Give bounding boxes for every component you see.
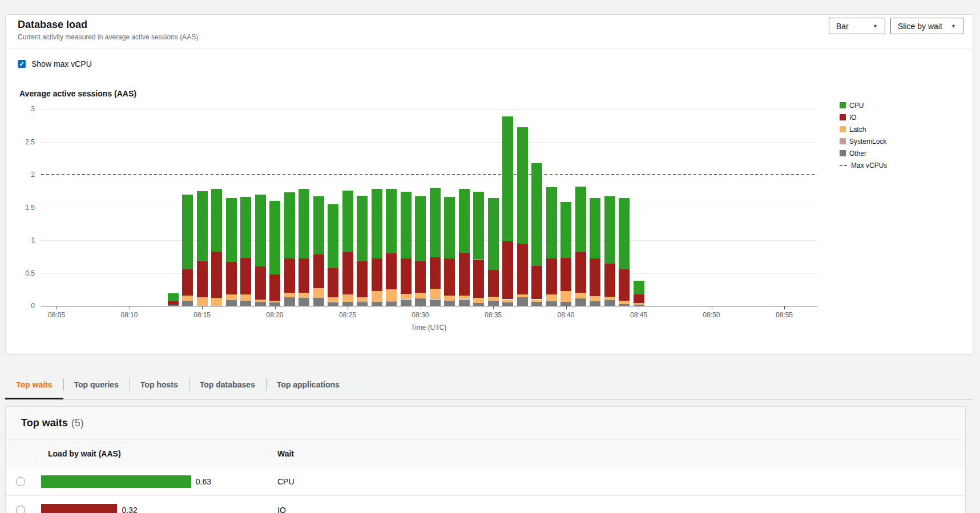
- bar-segment-latch: [386, 289, 397, 301]
- bar-segment-cpu: [590, 198, 600, 258]
- tab-top-applications[interactable]: Top applications: [266, 370, 350, 399]
- column-divider: [35, 447, 35, 461]
- bar-segment-io: [313, 255, 324, 288]
- bar-segment-latch: [575, 293, 586, 298]
- x-axis-tick: [421, 306, 421, 309]
- bar-segment-cpu: [560, 202, 571, 258]
- bar-segment-cpu: [502, 116, 513, 242]
- bar-segment-io: [328, 268, 338, 297]
- x-axis-tick-label: 08:30: [408, 311, 433, 319]
- x-axis-tick-label: 08:40: [554, 311, 579, 319]
- bar-segment-cpu: [604, 196, 615, 264]
- top-waits-title: Top waits: [21, 417, 68, 429]
- y-axis-tick-label: 3: [12, 105, 35, 113]
- row-select-radio[interactable]: [16, 506, 25, 513]
- bar-segment-latch: [342, 294, 353, 302]
- legend-label: IO: [849, 114, 857, 122]
- load-value: 0.32: [122, 496, 137, 513]
- x-axis-tick: [348, 306, 348, 309]
- bar-segment-other: [430, 300, 441, 306]
- bar-segment-cpu: [575, 187, 586, 252]
- bar-segment-other: [415, 298, 426, 306]
- tab-top-queries[interactable]: Top queries: [63, 370, 130, 399]
- legend-label: Latch: [849, 126, 866, 134]
- x-axis-tick-label: 08:55: [772, 311, 797, 319]
- bar-segment-cpu: [342, 191, 353, 252]
- bar-segment-latch: [401, 294, 412, 299]
- x-axis-tick-label: 08:25: [335, 311, 360, 319]
- bar-segment-other: [255, 302, 266, 306]
- bar-segment-latch: [269, 301, 280, 302]
- bar-segment-latch: [634, 303, 644, 304]
- legend-label: Max vCPUs: [851, 161, 887, 169]
- x-axis-tick-label: 08:10: [117, 311, 142, 319]
- x-axis-tick: [639, 306, 639, 309]
- legend-swatch-icon: [840, 126, 846, 132]
- table-header-row: Load by wait (AAS) Wait: [6, 440, 965, 467]
- bar-segment-cpu: [357, 196, 368, 261]
- tab-top-databases[interactable]: Top databases: [189, 370, 266, 399]
- top-waits-table-body: 0.63CPU0.32IO: [6, 467, 965, 513]
- bar-segment-other: [240, 301, 251, 306]
- load-bar: [41, 475, 191, 488]
- bar-segment-io: [560, 258, 571, 291]
- bar-segment-other: [386, 302, 397, 306]
- bar-segment-latch: [211, 298, 222, 306]
- legend-item-max-vcpus: Max vCPUs: [840, 159, 887, 171]
- gridline: [41, 142, 817, 143]
- bar-segment-io: [415, 261, 426, 293]
- bar-segment-io: [575, 252, 586, 293]
- row-select-radio[interactable]: [16, 477, 25, 486]
- gridline: [41, 109, 817, 110]
- x-axis-title: Time (UTC): [411, 324, 446, 332]
- table-row: 0.32IO: [6, 496, 965, 513]
- x-axis-tick-label: 08:15: [189, 311, 215, 319]
- bar-segment-latch: [255, 300, 266, 302]
- column-header-load: Load by wait (AAS): [48, 440, 121, 467]
- bar-segment-other: [284, 297, 295, 306]
- legend-swatch-icon: [840, 114, 846, 120]
- bar-segment-cpu: [531, 163, 542, 265]
- column-header-wait: Wait: [277, 440, 294, 467]
- bar-segment-other: [546, 301, 557, 306]
- bar-segment-other: [226, 300, 237, 306]
- bar-segment-cpu: [444, 197, 455, 258]
- bar-segment-cpu: [372, 189, 382, 258]
- top-waits-panel: Top waits (5) Load by wait (AAS) Wait 0.…: [5, 406, 966, 513]
- bar-segment-io: [226, 262, 237, 295]
- load-bar: [41, 504, 117, 513]
- bar-segment-cpu: [459, 189, 470, 253]
- bar-segment-latch: [415, 293, 426, 298]
- bar-segment-latch: [488, 297, 499, 301]
- bar-segment-other: [459, 300, 470, 306]
- y-axis-tick-label: 2: [12, 171, 35, 179]
- bar-segment-cpu: [473, 192, 484, 260]
- bar-segment-cpu: [546, 187, 557, 258]
- x-axis-tick: [784, 306, 785, 309]
- x-axis-tick-label: 08:05: [44, 311, 69, 319]
- bar-segment-cpu: [634, 281, 644, 294]
- tab-top-hosts[interactable]: Top hosts: [130, 370, 189, 399]
- legend-label: Other: [849, 150, 866, 157]
- bar-segment-io: [488, 270, 499, 297]
- bar-segment-latch: [444, 296, 455, 301]
- bar-segment-latch: [430, 289, 441, 299]
- tab-top-waits[interactable]: Top waits: [5, 370, 63, 399]
- bar-segment-latch: [546, 294, 557, 301]
- x-axis-tick-label: 08:45: [626, 311, 651, 319]
- x-axis-tick: [202, 306, 203, 309]
- bar-segment-cpu: [430, 188, 441, 257]
- bar-segment-latch: [284, 293, 295, 297]
- bar-segment-cpu: [488, 198, 499, 269]
- bar-segment-latch: [531, 300, 542, 302]
- bar-segment-other: [313, 298, 324, 306]
- bar-segment-io: [604, 264, 615, 297]
- bar-segment-io: [357, 261, 368, 297]
- bar-segment-io: [182, 269, 193, 296]
- bar-segment-latch: [299, 293, 309, 298]
- database-load-card: Database load Current activity measured …: [5, 14, 973, 355]
- bar-segment-cpu: [182, 195, 193, 269]
- bar-segment-io: [459, 253, 470, 296]
- bar-segment-io: [342, 252, 353, 295]
- wait-name: IO: [277, 496, 286, 513]
